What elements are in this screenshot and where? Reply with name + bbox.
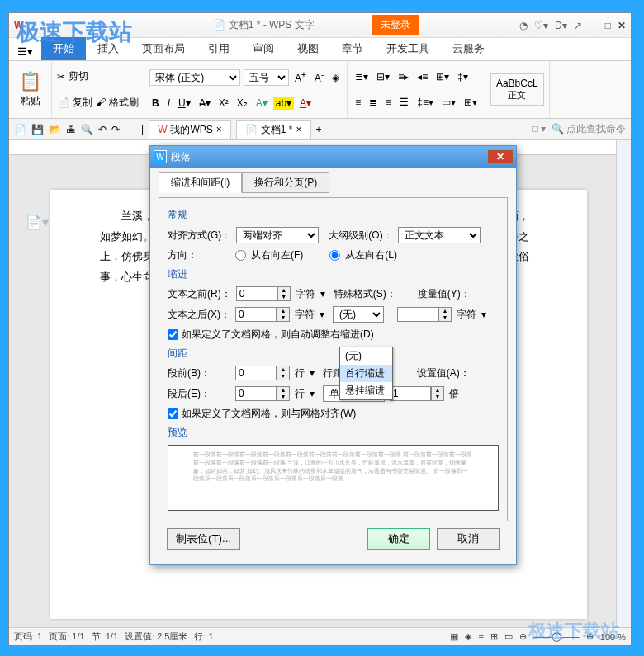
rtl-radio[interactable] bbox=[235, 250, 246, 261]
dropdown-option-hanging[interactable]: 悬挂缩进 bbox=[340, 382, 392, 399]
before-text-spinner[interactable]: ▲▼ bbox=[236, 286, 291, 301]
view-icon-5[interactable]: ▭ bbox=[504, 631, 513, 642]
number-list-button[interactable]: ⊟▾ bbox=[374, 70, 392, 83]
print-icon[interactable]: 🖶 bbox=[66, 124, 76, 135]
set-value-spinner[interactable]: ▲▼ bbox=[390, 386, 444, 401]
maximize-icon[interactable]: □ bbox=[605, 20, 611, 31]
align-combo[interactable]: 两端对齐 bbox=[236, 227, 319, 243]
highlight-button[interactable]: ab▾ bbox=[273, 97, 294, 110]
ok-button[interactable]: 确定 bbox=[367, 528, 430, 550]
view-icon-3[interactable]: ≡ bbox=[478, 632, 483, 642]
ltr-radio[interactable] bbox=[329, 250, 340, 261]
view-icon-1[interactable]: ▦ bbox=[450, 631, 458, 642]
dialog-tab-pagination[interactable]: 换行和分页(P) bbox=[242, 172, 329, 193]
tabstops-button[interactable]: 制表位(T)... bbox=[167, 528, 240, 550]
grow-font-button[interactable]: A+ bbox=[292, 69, 309, 85]
open-icon[interactable]: 📂 bbox=[49, 124, 61, 135]
new-icon[interactable]: 📄 bbox=[14, 124, 26, 135]
subscript-button[interactable]: X₂ bbox=[234, 97, 250, 110]
save-icon[interactable]: 💾 bbox=[31, 124, 44, 135]
feedback-icon[interactable]: ♡▾ bbox=[534, 20, 548, 31]
paste-button[interactable]: 📋 粘贴 bbox=[14, 69, 46, 110]
before-para-unit: 行 bbox=[295, 366, 305, 380]
after-para-unit: 行 bbox=[295, 387, 305, 401]
shrink-font-button[interactable]: A- bbox=[312, 69, 326, 85]
login-button[interactable]: 未登录 bbox=[372, 15, 419, 35]
tab-review[interactable]: 审阅 bbox=[241, 37, 286, 60]
auto-adjust-checkbox[interactable] bbox=[168, 329, 178, 340]
doc-tab-mywps[interactable]: W 我的WPS × bbox=[149, 120, 231, 139]
align-center-button[interactable]: ≣ bbox=[367, 96, 380, 109]
shading-button[interactable]: ▭▾ bbox=[439, 96, 458, 109]
tab-cloud[interactable]: 云服务 bbox=[441, 37, 496, 60]
preview-icon[interactable]: 🔍 bbox=[81, 124, 93, 135]
align-justify-button[interactable]: ☰ bbox=[397, 96, 411, 109]
close-tab-icon[interactable]: × bbox=[216, 124, 222, 135]
snap-grid-checkbox[interactable] bbox=[168, 408, 178, 419]
zoom-out-button[interactable]: ⊖ bbox=[519, 631, 527, 642]
font-color-button[interactable]: A▾ bbox=[297, 97, 314, 110]
section-icon[interactable]: 📄▾ bbox=[26, 215, 49, 230]
dialog-tab-indent[interactable]: 缩进和间距(I) bbox=[159, 172, 242, 193]
settings-icon[interactable]: D▾ bbox=[555, 20, 567, 31]
format-painter-button[interactable]: 格式刷 bbox=[109, 96, 139, 110]
dropdown-option-none[interactable]: (无) bbox=[340, 347, 392, 365]
bold-button[interactable]: B bbox=[149, 97, 162, 110]
font-size-combo[interactable]: 五号 bbox=[244, 69, 289, 86]
command-search[interactable]: □ ▾ 🔍 点此查找命令 bbox=[532, 122, 626, 136]
dropdown-option-firstline[interactable]: 首行缩进 bbox=[340, 365, 392, 382]
share-icon[interactable]: ↗ bbox=[574, 20, 582, 31]
cut-button[interactable]: 剪切 bbox=[69, 69, 88, 83]
italic-button[interactable]: I bbox=[165, 97, 173, 110]
strikethrough-button[interactable]: A̶▾ bbox=[197, 97, 213, 110]
expand-icon[interactable]: □ ▾ bbox=[532, 123, 546, 135]
dialog-titlebar[interactable]: W 段落 ✕ bbox=[150, 146, 516, 168]
underline-button[interactable]: U▾ bbox=[176, 97, 193, 110]
tab-marks-button[interactable]: ⊞▾ bbox=[433, 70, 452, 83]
align-left-button[interactable]: ≡ bbox=[353, 96, 363, 109]
status-section[interactable]: 节: 1/1 bbox=[92, 630, 118, 643]
tab-devtools[interactable]: 开发工具 bbox=[375, 37, 441, 60]
font-effect-button[interactable]: A▾ bbox=[253, 97, 270, 110]
after-text-spinner[interactable]: ▲▼ bbox=[235, 307, 290, 322]
tab-chapter[interactable]: 章节 bbox=[330, 37, 375, 60]
clear-format-button[interactable]: ◈ bbox=[329, 71, 342, 84]
minimize-icon[interactable]: — bbox=[589, 20, 599, 31]
before-para-spinner[interactable]: ▲▼ bbox=[235, 366, 290, 380]
line-spacing-button[interactable]: ‡≡▾ bbox=[414, 96, 436, 109]
after-para-spinner[interactable]: ▲▼ bbox=[235, 386, 290, 401]
view-icon-2[interactable]: ◈ bbox=[465, 631, 471, 642]
status-line[interactable]: 行: 1 bbox=[194, 630, 213, 643]
cancel-button[interactable]: 取消 bbox=[437, 528, 500, 550]
tab-view[interactable]: 视图 bbox=[286, 37, 330, 60]
border-button[interactable]: ⊞▾ bbox=[462, 96, 480, 109]
side-panel[interactable] bbox=[616, 140, 631, 627]
show-marks-button[interactable]: ‡▾ bbox=[455, 70, 471, 83]
close-icon[interactable]: ✕ bbox=[618, 20, 626, 31]
outline-combo[interactable]: 正文文本 bbox=[398, 227, 481, 243]
redo-icon[interactable]: ↷ bbox=[111, 124, 120, 135]
add-tab-button[interactable]: + bbox=[316, 124, 322, 135]
tab-references[interactable]: 引用 bbox=[197, 37, 241, 60]
indent-left-button[interactable]: ◂≡ bbox=[414, 70, 430, 83]
bullet-list-button[interactable]: ≣▾ bbox=[353, 70, 371, 83]
special-format-combo[interactable]: (无) bbox=[333, 306, 384, 323]
status-page-of[interactable]: 页面: 1/1 bbox=[49, 630, 84, 643]
superscript-button[interactable]: X² bbox=[216, 97, 231, 110]
close-tab-icon[interactable]: × bbox=[296, 124, 302, 135]
copy-button[interactable]: 复制 bbox=[73, 96, 92, 110]
status-position[interactable]: 设置值: 2.5厘米 bbox=[125, 630, 187, 643]
cloud-icon[interactable]: ◔ bbox=[519, 20, 528, 31]
style-name[interactable]: 正文 bbox=[496, 89, 538, 101]
indent-right-button[interactable]: ≡▸ bbox=[395, 70, 411, 83]
preview-box: 前一段落前一段落前一段落前一段落前一段落前一段落前一段落前一段落前一段落 前一段… bbox=[168, 445, 499, 511]
measure-spinner[interactable]: ▲▼ bbox=[397, 307, 452, 322]
tab-layout[interactable]: 页面布局 bbox=[130, 37, 197, 60]
view-icon-4[interactable]: ⊞ bbox=[490, 631, 498, 642]
dialog-close-button[interactable]: ✕ bbox=[488, 150, 513, 163]
status-page[interactable]: 页码: 1 bbox=[14, 630, 42, 643]
doc-tab-doc1[interactable]: 📄 文档1 * × bbox=[236, 120, 311, 139]
align-right-button[interactable]: ≡ bbox=[383, 96, 394, 109]
undo-icon[interactable]: ↶ bbox=[98, 124, 107, 135]
font-family-combo[interactable]: 宋体 (正文) bbox=[149, 69, 240, 86]
